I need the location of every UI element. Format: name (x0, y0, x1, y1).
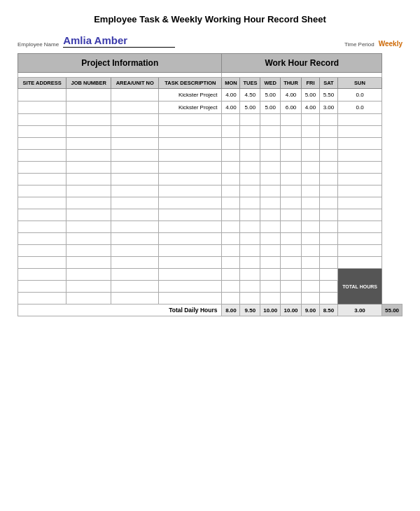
cell-wed-empty (260, 209, 281, 221)
cell-mon-empty (222, 209, 240, 221)
cell-thur-empty (281, 293, 302, 304)
col-tues: TUES (240, 78, 260, 89)
cell-task-empty (159, 269, 222, 281)
cell-fri-empty (301, 281, 319, 293)
cell-wed: 5.00 (260, 89, 281, 102)
total-mon: 8.00 (222, 304, 240, 316)
cell-tues-empty (240, 162, 260, 174)
cell-thur-empty (281, 150, 302, 162)
cell-sat-empty (319, 281, 337, 293)
cell-job-empty (66, 293, 111, 304)
cell-fri-empty (301, 269, 319, 281)
cell-job-empty (66, 257, 111, 269)
cell-sat: 3.00 (319, 102, 337, 114)
cell-fri-empty (301, 293, 319, 304)
cell-job-empty (66, 281, 111, 293)
cell-fri-empty (301, 209, 319, 221)
cell-fri: 5.00 (301, 89, 319, 102)
cell-sun-empty (337, 138, 382, 150)
cell-area-empty (111, 162, 159, 174)
cell-task-empty (159, 233, 222, 245)
cell-thur-empty (281, 245, 302, 257)
cell-mon-empty (222, 233, 240, 245)
cell-thur-empty (281, 186, 302, 197)
cell-area-empty (111, 281, 159, 293)
cell-mon-empty (222, 245, 240, 257)
cell-tues-empty (240, 126, 260, 138)
cell-fri-empty (301, 150, 319, 162)
cell-sat-empty (319, 257, 337, 269)
total-sun: 3.00 (337, 304, 382, 316)
cell-area-empty (111, 174, 159, 186)
cell-sat-empty (319, 233, 337, 245)
cell-tues-empty (240, 269, 260, 281)
work-hour-header: Work Hour Record (222, 54, 382, 73)
cell-area-empty (111, 150, 159, 162)
col-thur: THUR (281, 78, 302, 89)
empty-row (18, 245, 402, 257)
cell-job-empty (66, 245, 111, 257)
cell-job-empty (66, 233, 111, 245)
spacer-row (18, 73, 402, 78)
cell-sat-empty (319, 197, 337, 209)
cell-site-empty (18, 221, 66, 233)
total-wed: 10.00 (260, 304, 281, 316)
cell-mon-empty (222, 162, 240, 174)
cell-tues-empty (240, 197, 260, 209)
cell-area (111, 102, 159, 114)
empty-row (18, 221, 402, 233)
cell-sat-empty (319, 138, 337, 150)
cell-wed-empty (260, 150, 281, 162)
cell-wed-empty (260, 186, 281, 197)
cell-wed-empty (260, 174, 281, 186)
col-site-address: SITE ADDRESS (18, 78, 66, 89)
cell-job-empty (66, 162, 111, 174)
cell-tues-empty (240, 114, 260, 126)
total-sat: 8.50 (319, 304, 337, 316)
cell-task-empty (159, 293, 222, 304)
cell-sat-empty (319, 269, 337, 281)
header-row: Employee Name Amlia Amber Time Period We… (18, 34, 402, 48)
cell-tues-empty (240, 257, 260, 269)
cell-task-empty (159, 126, 222, 138)
cell-fri-empty (301, 257, 319, 269)
cell-thur-empty (281, 209, 302, 221)
cell-mon-empty (222, 257, 240, 269)
cell-task: Kickster Project (159, 89, 222, 102)
cell-job-empty (66, 269, 111, 281)
cell-job-empty (66, 114, 111, 126)
employee-name-value: Amlia Amber (63, 34, 175, 48)
cell-fri: 4.00 (301, 102, 319, 114)
cell-sun-empty (337, 186, 382, 197)
cell-thur-empty (281, 138, 302, 150)
cell-thur-empty (281, 257, 302, 269)
empty-row (18, 197, 402, 209)
cell-sun-empty (337, 150, 382, 162)
cell-fri-empty (301, 197, 319, 209)
cell-fri-empty (301, 233, 319, 245)
cell-sun-empty (337, 126, 382, 138)
cell-wed-empty (260, 138, 281, 150)
cell-sun-empty (337, 197, 382, 209)
col-job-number: JOB NUMBER (66, 78, 111, 89)
cell-wed: 5.00 (260, 102, 281, 114)
empty-row (18, 138, 402, 150)
cell-site-empty (18, 293, 66, 304)
cell-sat-empty (319, 209, 337, 221)
cell-site-empty (18, 162, 66, 174)
cell-area (111, 89, 159, 102)
cell-area-empty (111, 257, 159, 269)
cell-sun-empty (337, 162, 382, 174)
empty-row (18, 186, 402, 197)
cell-job-empty (66, 186, 111, 197)
cell-site-empty (18, 186, 66, 197)
cell-area-empty (111, 293, 159, 304)
empty-row (18, 209, 402, 221)
cell-thur-empty (281, 114, 302, 126)
empty-row (18, 150, 402, 162)
cell-sat-empty (319, 150, 337, 162)
cell-wed-empty (260, 281, 281, 293)
cell-mon-empty (222, 174, 240, 186)
cell-sun-empty (337, 233, 382, 245)
total-thur: 10.00 (281, 304, 302, 316)
